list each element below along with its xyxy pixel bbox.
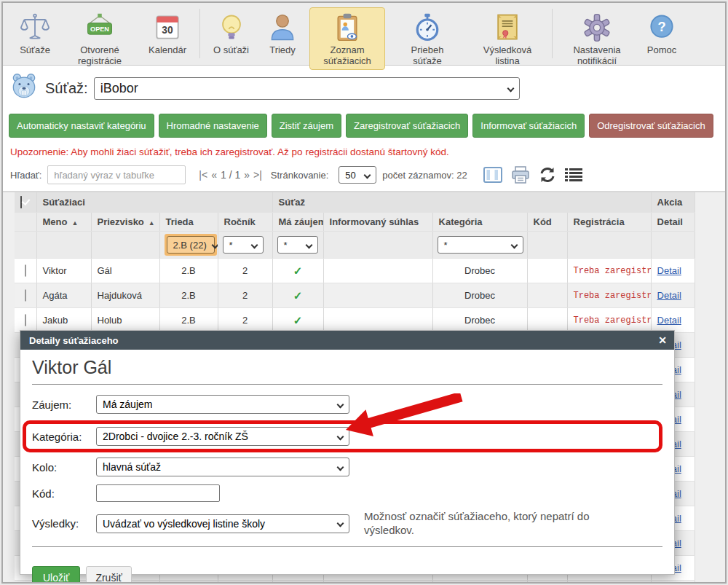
modal-title: Detaily súťažiaceho	[29, 335, 119, 346]
paging-label: Stránkovanie:	[271, 170, 329, 181]
chevron-down-icon	[507, 85, 514, 92]
kolo-field-row: Kolo: hlavná súťaž	[32, 458, 662, 476]
table-row: Agáta Hajduková 2.B 2 ✓ Drobec Treba zar…	[15, 283, 695, 308]
column-header-meno[interactable]: Meno▲	[36, 213, 91, 232]
detail-link[interactable]: Detail	[657, 315, 681, 326]
column-header-registracia[interactable]: Registrácia	[567, 213, 651, 232]
cancel-button[interactable]: Zrušiť	[86, 566, 131, 584]
modal-body: Viktor Gál Záujem: Má záujem Kategória: …	[20, 350, 674, 584]
column-header-rocnik[interactable]: Ročník	[218, 213, 272, 232]
sort-asc-icon: ▲	[149, 219, 155, 227]
kategoria-label: Kategória:	[32, 431, 96, 443]
row-checkbox[interactable]	[25, 314, 26, 326]
print-icon[interactable]	[511, 166, 530, 184]
inform-button[interactable]: Informovať súťažiacich	[472, 114, 585, 138]
search-input[interactable]	[47, 165, 186, 184]
kod-input[interactable]	[96, 484, 220, 502]
help-icon: ?	[646, 10, 678, 45]
vysledky-select[interactable]: Uvádzať vo výsledkovej listine školy	[96, 514, 349, 533]
chevron-down-icon	[305, 241, 312, 248]
cell-registracia: Treba zaregistrovať!	[567, 283, 651, 308]
zaujem-value: Má záujem	[103, 398, 152, 410]
cell-trieda: 2.B	[159, 308, 218, 333]
cell-kod	[527, 308, 567, 333]
close-icon[interactable]: ✕	[658, 335, 667, 345]
ma-zaujem-filter-select[interactable]: *	[277, 236, 318, 254]
kategoria-value: 2Drobci - dvojice 2.-3. ročník ZŠ	[103, 431, 248, 442]
gear-icon	[581, 10, 613, 45]
chevron-down-icon	[250, 241, 258, 248]
toolbar-divider	[552, 9, 553, 58]
divider	[32, 546, 662, 547]
person-icon	[266, 10, 298, 45]
question-mark-text: ?	[657, 19, 665, 34]
toolbar-item-sutaze[interactable]: Súťaže	[12, 7, 58, 59]
refresh-icon[interactable]	[539, 167, 556, 183]
chevron-down-icon	[337, 433, 344, 440]
vysledky-label: Výsledky:	[32, 517, 96, 530]
column-header-priezvisko[interactable]: Priezvisko▲	[91, 213, 159, 232]
toolbar-item-vysledkova-listina[interactable]: Výsledková listina	[470, 7, 545, 70]
cell-registracia: Treba zaregistrovať!	[567, 308, 651, 333]
competition-label: Súťaž:	[45, 80, 88, 97]
cell-kategoria: Drobec	[432, 283, 527, 308]
column-header-kod[interactable]: Kód	[527, 213, 567, 232]
first-page-button[interactable]: |<	[199, 169, 207, 181]
kategoria-filter-select[interactable]: *	[438, 236, 523, 254]
column-header-ma-zaujem[interactable]: Má záujem	[272, 213, 323, 232]
toolbar-item-o-sutazi[interactable]: O súťaži	[207, 7, 256, 59]
trieda-filter-select[interactable]: 2.B (22)	[167, 236, 215, 254]
zaujem-select[interactable]: Má záujem	[96, 395, 349, 414]
group-header-competitors: Súťažiaci	[36, 192, 272, 213]
toolbar-item-pomoc[interactable]: ? Pomoc	[639, 7, 684, 59]
unregister-button[interactable]: Odregistrovať súťažiacich	[589, 114, 713, 138]
toolbar-item-kalendar[interactable]: 30 Kalendár	[142, 7, 193, 59]
next-page-button[interactable]: »	[244, 169, 250, 181]
auto-category-button[interactable]: Automaticky nastaviť kategóriu	[9, 114, 154, 138]
row-checkbox[interactable]	[25, 289, 26, 302]
select-all-checkbox[interactable]	[20, 196, 22, 208]
prev-page-button[interactable]: «	[211, 169, 217, 181]
kolo-select[interactable]: hlavná súťaž	[96, 458, 349, 476]
columns-icon[interactable]	[483, 167, 502, 183]
table-row: Viktor Gál 2.B 2 ✓ Drobec Treba zaregist…	[15, 259, 695, 283]
list-view-icon[interactable]	[565, 168, 582, 182]
row-checkbox[interactable]	[25, 264, 26, 277]
toolbar-label: Kalendár	[149, 45, 186, 56]
toolbar-item-triedy[interactable]: Triedy	[260, 7, 305, 59]
cell-rocnik: 2	[218, 283, 272, 308]
chevron-down-icon	[364, 171, 371, 178]
column-header-suhlas[interactable]: Informovaný súhlas	[323, 213, 432, 232]
column-header-trieda[interactable]: Trieda	[159, 213, 218, 232]
sort-asc-icon: ▲	[71, 219, 78, 227]
toolbar-item-priebeh-sutaze[interactable]: Priebeh súťaže	[389, 7, 465, 70]
page-size-select[interactable]: 50	[339, 166, 376, 184]
toolbar-label: Pomoc	[647, 45, 676, 56]
detail-link[interactable]: Detail	[657, 265, 681, 276]
toolbar-item-nastavenia-notifikacii[interactable]: Nastavenia notifikácií	[559, 7, 635, 70]
competition-select[interactable]: iBobor	[94, 77, 520, 100]
kolo-value: hlavná súťaž	[103, 461, 161, 473]
open-sign-icon: OPEN	[84, 10, 116, 45]
cell-trieda: 2.B	[159, 259, 218, 283]
modal-header[interactable]: Detaily súťažiaceho ✕	[20, 331, 674, 350]
bulk-setting-button[interactable]: Hromadné nastavenie	[159, 114, 267, 138]
toolbar-label: Výsledková listina	[476, 45, 539, 67]
cell-ma-zaujem: ✓	[272, 308, 323, 333]
detail-link[interactable]: Detail	[657, 290, 681, 301]
column-header-kategoria[interactable]: Kategória	[432, 213, 527, 232]
competition-selected-value: iBobor	[100, 81, 138, 96]
column-header-detail: Detail	[651, 213, 695, 232]
toolbar-item-otvorene-registracie[interactable]: OPEN Otvorené registrácie	[62, 7, 138, 70]
kategoria-select[interactable]: 2Drobci - dvojice 2.-3. ročník ZŠ	[96, 427, 349, 446]
rocnik-filter-select[interactable]: *	[223, 236, 264, 254]
find-interest-button[interactable]: Zistiť záujem	[272, 114, 341, 138]
registration-warning-text: Upozornenie: Aby mohli žiaci súťažiť, tr…	[3, 138, 725, 157]
group-header-competition: Súťaž	[272, 192, 651, 213]
register-button[interactable]: Zaregistrovať súťažiacich	[346, 114, 468, 138]
toolbar-item-zoznam-sutaziacich[interactable]: Zoznam súťažiacich	[309, 7, 385, 70]
cell-kod	[527, 259, 567, 283]
cell-ma-zaujem: ✓	[272, 283, 323, 308]
last-page-button[interactable]: >|	[253, 169, 262, 181]
save-button[interactable]: Uložiť	[32, 566, 80, 584]
